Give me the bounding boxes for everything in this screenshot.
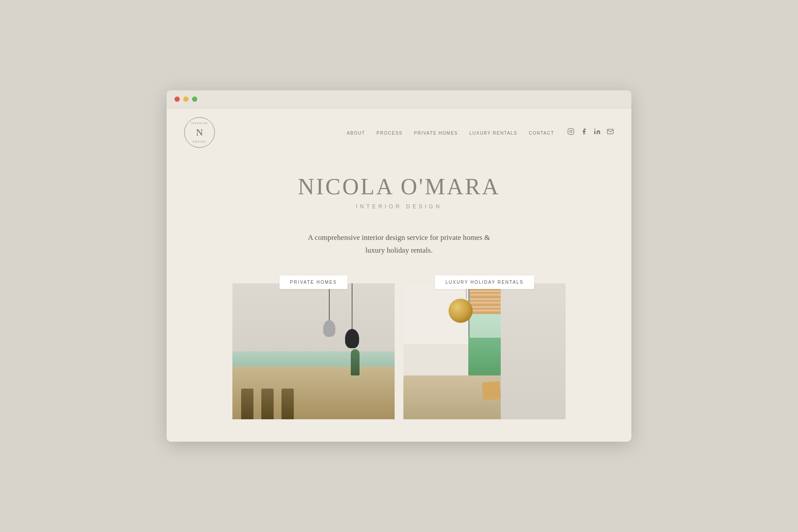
- nav-social-icons: [567, 128, 614, 137]
- nav-link-about[interactable]: ABOUT: [347, 131, 365, 136]
- wicker-pendant: [460, 283, 473, 323]
- logo-top-text: INTERIOR: [185, 122, 214, 125]
- wall-right: [501, 283, 566, 419]
- nav-item-private-homes[interactable]: PRIVATE HOMES: [414, 129, 458, 136]
- svg-rect-0: [568, 129, 574, 134]
- close-dot[interactable]: [175, 96, 180, 102]
- cushion: [482, 381, 501, 400]
- pendants: [323, 283, 359, 348]
- facebook-icon[interactable]: [581, 128, 588, 137]
- card-private-homes-label: PRIVATE HOMES: [280, 275, 348, 289]
- chair-2: [261, 389, 274, 419]
- nav-link-private-homes[interactable]: PRIVATE HOMES: [414, 131, 458, 136]
- svg-point-2: [572, 130, 573, 130]
- logo-bottom-text: DESIGN: [185, 140, 214, 143]
- hero-description: A comprehensive interior design service …: [303, 232, 495, 257]
- maximize-dot[interactable]: [192, 96, 197, 102]
- pendant-1: [323, 283, 335, 348]
- living-room-image: [403, 283, 566, 419]
- sofa: [403, 375, 509, 419]
- plant: [351, 349, 360, 375]
- email-icon[interactable]: [607, 128, 614, 137]
- browser-chrome: [167, 90, 631, 108]
- browser-window: INTERIOR N DESIGN ABOUT PROCESS PRIVATE …: [167, 90, 631, 442]
- svg-point-4: [594, 129, 595, 130]
- cards-section: PRIVATE HOMES: [167, 266, 631, 419]
- card-private-homes[interactable]: PRIVATE HOMES: [232, 283, 395, 419]
- ceiling: [232, 283, 395, 358]
- wicker-shade: [449, 299, 473, 323]
- svg-point-1: [570, 130, 572, 132]
- chairs: [241, 389, 294, 419]
- logo-letter: N: [196, 128, 203, 137]
- shade-1: [323, 320, 335, 337]
- nav-link-contact[interactable]: CONTACT: [529, 131, 554, 136]
- nav-item-luxury-rentals[interactable]: LUXURY RENTALS: [470, 129, 517, 136]
- nav-links: ABOUT PROCESS PRIVATE HOMES LUXURY RENTA…: [347, 129, 554, 136]
- pendant-2: [345, 283, 359, 348]
- hero-section: NICOLA O'MARA INTERIOR DESIGN A comprehe…: [167, 157, 631, 266]
- nav-link-process[interactable]: PROCESS: [377, 131, 403, 136]
- instagram-icon[interactable]: [567, 128, 574, 137]
- shade-2: [345, 329, 359, 348]
- chair-1: [241, 389, 253, 419]
- logo[interactable]: INTERIOR N DESIGN: [184, 117, 215, 148]
- svg-rect-3: [594, 131, 595, 134]
- chair-3: [281, 389, 294, 419]
- hero-subtitle: INTERIOR DESIGN: [175, 204, 623, 210]
- nav-item-about[interactable]: ABOUT: [347, 129, 365, 136]
- minimize-dot[interactable]: [183, 96, 189, 102]
- hero-title: NICOLA O'MARA: [175, 174, 623, 199]
- dining-room-image: [232, 283, 395, 419]
- nav-item-process[interactable]: PROCESS: [377, 129, 403, 136]
- linkedin-icon[interactable]: [594, 128, 601, 137]
- navbar: INTERIOR N DESIGN ABOUT PROCESS PRIVATE …: [167, 108, 631, 157]
- wire-2: [352, 283, 353, 329]
- site-content: INTERIOR N DESIGN ABOUT PROCESS PRIVATE …: [167, 108, 631, 442]
- nav-item-contact[interactable]: CONTACT: [529, 129, 554, 136]
- card-luxury-rentals[interactable]: LUXURY HOLIDAY RENTALS: [403, 283, 566, 419]
- nav-link-luxury-rentals[interactable]: LUXURY RENTALS: [470, 131, 517, 136]
- card-luxury-rentals-label: LUXURY HOLIDAY RENTALS: [435, 275, 534, 289]
